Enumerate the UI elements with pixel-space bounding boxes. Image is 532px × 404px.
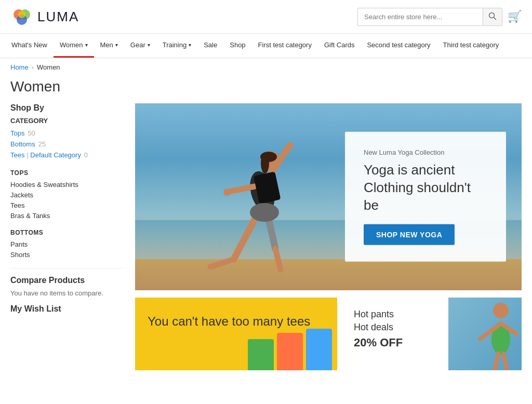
svg-point-10 <box>261 153 269 173</box>
filter-link-tops[interactable]: Tops <box>10 129 24 137</box>
banner-right-heading: Hot pantsHot deals <box>354 308 439 334</box>
shop-by-label: Shop By <box>10 103 125 113</box>
logo-text: LUMA <box>37 9 79 25</box>
svg-line-19 <box>275 249 281 270</box>
nav-list: What's New Women ▾ Men ▾ Gear ▾ Training… <box>0 34 532 58</box>
nav-item-sale: Sale <box>197 34 223 58</box>
svg-line-6 <box>494 17 497 20</box>
nav-link-women[interactable]: Women ▾ <box>54 34 94 58</box>
sidebar: Shop By Category Tops 50 Bottoms 25 Tees… <box>10 103 125 370</box>
filter-link-tees[interactable]: Tees <box>10 151 24 159</box>
hero-background: New Luma Yoga Collection Yoga is ancient… <box>135 103 522 290</box>
my-wish-list[interactable]: My Wish List <box>10 304 125 314</box>
tops-item-tees[interactable]: Tees <box>10 201 125 209</box>
nav-link-first-test[interactable]: First test category <box>252 34 318 56</box>
logo[interactable]: LUMA <box>10 5 79 28</box>
banner-yellow: You can't have too many tees <box>135 298 337 370</box>
filter-count-default: 0 <box>84 151 88 159</box>
svg-point-21 <box>493 303 509 318</box>
tee-green <box>248 339 274 370</box>
breadcrumb-home[interactable]: Home <box>10 63 29 71</box>
site-header: LUMA 🛒 <box>0 0 532 34</box>
svg-line-17 <box>210 259 234 267</box>
hero-heading: Yoga is ancientClothing shouldn't be <box>364 161 487 214</box>
tops-item-bras[interactable]: Bras & Tanks <box>10 212 125 220</box>
filter-count-tops: 50 <box>28 129 35 137</box>
banner-right: Hot pantsHot deals 20% OFF <box>344 298 522 370</box>
nav-link-gear[interactable]: Gear ▾ <box>124 34 156 56</box>
compare-title: Compare Products <box>10 276 125 285</box>
chevron-down-icon: ▾ <box>148 42 150 48</box>
compare-section: Compare Products You have no items to co… <box>10 268 125 297</box>
banner-right-image <box>448 298 522 370</box>
filter-tees: Tees | Default Category 0 <box>10 151 125 159</box>
shop-new-yoga-button[interactable]: Shop New Yoga <box>364 224 455 245</box>
hero-subtitle: New Luma Yoga Collection <box>364 149 487 156</box>
svg-point-5 <box>489 12 495 18</box>
breadcrumb: Home › Women <box>0 58 532 76</box>
main-layout: Shop By Category Tops 50 Bottoms 25 Tees… <box>0 103 532 370</box>
nav-item-gear: Gear ▾ <box>124 34 156 58</box>
filter-count-bottoms: 25 <box>38 140 46 148</box>
nav-link-shop[interactable]: Shop <box>223 34 251 56</box>
tee-orange <box>277 333 303 370</box>
search-input[interactable] <box>358 9 483 24</box>
logo-icon <box>10 5 33 28</box>
filter-bottoms: Bottoms 25 <box>10 140 125 148</box>
breadcrumb-separator: › <box>32 63 34 71</box>
header-actions: 🛒 <box>357 8 522 26</box>
banner-person-icon <box>459 298 522 370</box>
cart-button[interactable]: 🛒 <box>508 10 522 23</box>
nav-item-training: Training ▾ <box>156 34 197 58</box>
nav-item-gift-cards: Gift Cards <box>318 34 361 58</box>
svg-point-14 <box>223 188 231 196</box>
svg-line-26 <box>503 354 507 370</box>
page-title: Women <box>0 76 532 103</box>
tops-heading: TOPS <box>10 169 125 177</box>
banner-yellow-text: You can't have too many tees <box>148 313 325 329</box>
hero-banner: New Luma Yoga Collection Yoga is ancient… <box>135 103 522 290</box>
nav-link-gift-cards[interactable]: Gift Cards <box>318 34 361 56</box>
nav-link-training[interactable]: Training ▾ <box>156 34 197 56</box>
tee-shapes <box>248 329 332 370</box>
svg-point-13 <box>286 142 294 150</box>
nav-item-shop: Shop <box>223 34 251 58</box>
chevron-down-icon: ▾ <box>115 42 118 48</box>
banner-right-subheading: 20% OFF <box>354 336 439 349</box>
banner-right-text-box: Hot pantsHot deals 20% OFF <box>344 298 448 370</box>
main-content: New Luma Yoga Collection Yoga is ancient… <box>135 103 522 370</box>
nav-item-whats-new: What's New <box>5 34 54 58</box>
nav-item-first-test: First test category <box>252 34 318 58</box>
shop-by-section: Shop By Category Tops 50 Bottoms 25 Tees… <box>10 103 125 159</box>
tops-section: TOPS Hoodies & Sweatshirts Jackets Tees … <box>10 169 125 220</box>
breadcrumb-current: Women <box>37 63 60 71</box>
nav-link-sale[interactable]: Sale <box>197 34 223 56</box>
filter-link-bottoms[interactable]: Bottoms <box>10 140 35 148</box>
filter-link-default-cat[interactable]: Default Category <box>30 151 81 159</box>
filter-tops: Tops 50 <box>10 129 125 137</box>
search-form <box>357 8 502 26</box>
nav-link-whats-new[interactable]: What's New <box>5 34 54 56</box>
bottoms-section: BOTTOMS Pants Shorts <box>10 229 125 259</box>
yoga-person-illustration <box>166 109 364 285</box>
tops-item-hoodies[interactable]: Hoodies & Sweatshirts <box>10 181 125 188</box>
tops-item-jackets[interactable]: Jackets <box>10 191 125 199</box>
nav-item-women: Women ▾ <box>54 34 94 58</box>
nav-item-third-test: Third test category <box>437 34 506 58</box>
chevron-down-icon: ▾ <box>189 42 191 48</box>
nav-item-second-test: Second test category <box>361 34 436 58</box>
nav-link-men[interactable]: Men ▾ <box>94 34 124 56</box>
nav-link-second-test[interactable]: Second test category <box>361 34 436 56</box>
svg-point-20 <box>250 203 279 222</box>
bottoms-item-shorts[interactable]: Shorts <box>10 251 125 259</box>
bottoms-item-pants[interactable]: Pants <box>10 240 125 248</box>
hero-text-box: New Luma Yoga Collection Yoga is ancient… <box>345 132 506 262</box>
search-button[interactable] <box>483 8 502 25</box>
bottoms-heading: BOTTOMS <box>10 229 125 236</box>
main-nav: What's New Women ▾ Men ▾ Gear ▾ Training… <box>0 34 532 58</box>
category-heading: Category <box>10 117 125 125</box>
svg-point-4 <box>18 11 25 18</box>
nav-link-third-test[interactable]: Third test category <box>437 34 506 56</box>
search-icon <box>488 12 497 20</box>
compare-text: You have no items to compare. <box>10 289 125 297</box>
